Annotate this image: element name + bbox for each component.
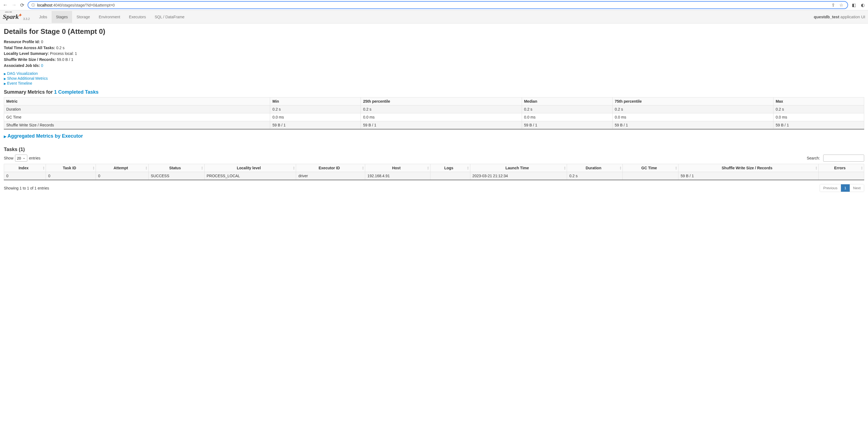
extension-icon[interactable]: ◐ bbox=[860, 2, 866, 8]
col-header[interactable]: Duration▲▼ bbox=[567, 164, 623, 172]
tasks-controls: Show 20 entries Search: bbox=[4, 155, 864, 162]
col-header[interactable]: GC Time▲▼ bbox=[623, 164, 678, 172]
col-header: Metric bbox=[4, 97, 270, 105]
prev-button[interactable]: Previous bbox=[820, 184, 841, 192]
table-row: 000SUCCESSPROCESS_LOCALdriver192.168.4.9… bbox=[4, 172, 864, 180]
dag-visualization-toggle[interactable]: ▶DAG Visualization bbox=[4, 71, 864, 75]
page-title: Details for Stage 0 (Attempt 0) bbox=[4, 27, 864, 36]
show-label: Show bbox=[4, 156, 13, 160]
col-header[interactable]: Host▲▼ bbox=[365, 164, 430, 172]
sort-icon: ▲▼ bbox=[201, 166, 203, 170]
table-info: Showing 1 to 1 of 1 entries bbox=[4, 186, 49, 190]
stage-facts: Resource Profile Id: 0 Total Time Across… bbox=[4, 39, 864, 68]
job-id-link[interactable]: 0 bbox=[41, 63, 43, 68]
table-row: Duration0.2 s0.2 s0.2 s0.2 s0.2 s bbox=[4, 105, 864, 113]
sort-icon: ▲▼ bbox=[293, 166, 295, 170]
col-header[interactable]: Shuffle Write Size / Records▲▼ bbox=[678, 164, 818, 172]
tasks-table: Index▲▼Task ID▲▼Attempt▲▼Status▲▼Localit… bbox=[4, 164, 864, 180]
col-header[interactable]: Locality level▲▼ bbox=[204, 164, 296, 172]
aggregated-by-executor-toggle[interactable]: ▶ Aggregated Metrics by Executor bbox=[4, 133, 864, 139]
col-header[interactable]: Errors▲▼ bbox=[818, 164, 864, 172]
star-icon[interactable]: ☆ bbox=[838, 2, 844, 8]
sort-icon: ▲▼ bbox=[815, 166, 817, 170]
browser-chrome: ← → ⟳ ⓘ localhost:4040/stages/stage/?id=… bbox=[0, 0, 868, 10]
nav-tab-stages[interactable]: Stages bbox=[52, 11, 72, 23]
sort-icon: ▲▼ bbox=[861, 166, 863, 170]
col-header[interactable]: Status▲▼ bbox=[149, 164, 204, 172]
summary-metrics-table: MetricMin25th percentileMedian75th perce… bbox=[4, 97, 864, 129]
top-nav: Spark✦ 3.3.2 JobsStagesStorageEnvironmen… bbox=[0, 10, 868, 24]
col-header: 25th percentile bbox=[361, 97, 522, 105]
nav-tabs: JobsStagesStorageEnvironmentExecutorsSQL… bbox=[35, 11, 189, 23]
additional-metrics-toggle[interactable]: ▶Show Additional Metrics bbox=[4, 76, 864, 81]
page-1-button[interactable]: 1 bbox=[841, 184, 849, 192]
search-input[interactable] bbox=[823, 155, 864, 162]
tasks-heading: Tasks (1) bbox=[4, 147, 864, 152]
nav-tab-jobs[interactable]: Jobs bbox=[35, 11, 52, 23]
sort-icon: ▲▼ bbox=[145, 166, 147, 170]
col-header: Median bbox=[522, 97, 612, 105]
next-button[interactable]: Next bbox=[850, 184, 864, 192]
sort-icon: ▲▼ bbox=[564, 166, 566, 170]
completed-tasks-link[interactable]: 1 Completed Tasks bbox=[54, 89, 99, 95]
col-header: 75th percentile bbox=[612, 97, 773, 105]
sort-icon: ▲▼ bbox=[620, 166, 622, 170]
url-text: localhost:4040/stages/stage/?id=0&attemp… bbox=[37, 3, 828, 7]
col-header: Max bbox=[773, 97, 864, 105]
spark-version: 3.3.2 bbox=[23, 17, 30, 21]
col-header[interactable]: Attempt▲▼ bbox=[96, 164, 149, 172]
share-icon[interactable]: ⇪ bbox=[830, 2, 836, 8]
event-timeline-toggle[interactable]: ▶Event Timeline bbox=[4, 81, 864, 86]
sort-icon: ▲▼ bbox=[675, 166, 677, 170]
col-header[interactable]: Executor ID▲▼ bbox=[296, 164, 365, 172]
nav-tab-storage[interactable]: Storage bbox=[72, 11, 94, 23]
sort-icon: ▲▼ bbox=[43, 166, 45, 170]
col-header[interactable]: Index▲▼ bbox=[4, 164, 46, 172]
col-header[interactable]: Logs▲▼ bbox=[430, 164, 470, 172]
nav-tab-environment[interactable]: Environment bbox=[94, 11, 125, 23]
sort-icon: ▲▼ bbox=[93, 166, 94, 170]
url-bar[interactable]: ⓘ localhost:4040/stages/stage/?id=0&atte… bbox=[28, 1, 848, 9]
info-icon: ⓘ bbox=[31, 3, 35, 8]
sort-icon: ▲▼ bbox=[427, 166, 429, 170]
nav-tab-executors[interactable]: Executors bbox=[125, 11, 150, 23]
page-size-select[interactable]: 20 bbox=[15, 155, 27, 162]
summary-heading: Summary Metrics for 1 Completed Tasks bbox=[4, 89, 864, 95]
col-header[interactable]: Launch Time▲▼ bbox=[470, 164, 567, 172]
pagination: Previous 1 Next bbox=[820, 184, 864, 192]
table-row: GC Time0.0 ms0.0 ms0.0 ms0.0 ms0.0 ms bbox=[4, 113, 864, 121]
search-label: Search: bbox=[807, 156, 820, 160]
sort-icon: ▲▼ bbox=[362, 166, 364, 170]
spark-logo[interactable]: Spark✦ 3.3.2 bbox=[3, 13, 30, 21]
reload-button[interactable]: ⟳ bbox=[20, 2, 25, 9]
col-header[interactable]: Task ID▲▼ bbox=[46, 164, 96, 172]
entries-label: entries bbox=[29, 156, 40, 160]
table-row: Shuffle Write Size / Records59 B / 159 B… bbox=[4, 121, 864, 129]
panel-icon[interactable]: ◧ bbox=[851, 2, 857, 8]
col-header: Min bbox=[270, 97, 361, 105]
forward-button[interactable]: → bbox=[11, 2, 17, 8]
nav-tab-sql-dataframe[interactable]: SQL / DataFrame bbox=[150, 11, 189, 23]
back-button[interactable]: ← bbox=[2, 2, 8, 8]
sort-icon: ▲▼ bbox=[467, 166, 469, 170]
app-label: questdb_test application UI bbox=[814, 14, 865, 19]
